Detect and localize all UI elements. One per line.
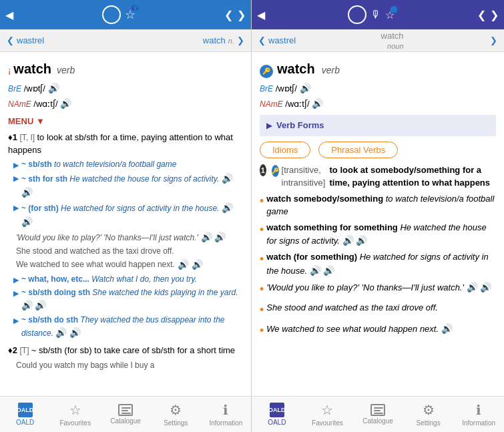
right-sense1-num: 1 (260, 164, 266, 176)
right-bullet-3: • watch (for something) He watched for s… (260, 250, 496, 278)
right-content: 🔑 watch verb BrE /wɒtʃ/ 🔊 NAmE /wɑːtʃ/ 🔊… (252, 52, 504, 396)
left-sense-1: ♦1 [T, I] to look at sb/sth for a time, … (8, 131, 243, 341)
left-ex3-audio[interactable]: 🔊 (222, 202, 233, 213)
left-ex2-audio[interactable]: 🔊 (222, 173, 233, 184)
left-pron-bre: BrE /wɒtʃ/ 🔊 (8, 81, 243, 95)
right-name-audio-button[interactable]: 🔊 (312, 98, 323, 109)
favourites-icon-right: ☆ (321, 402, 333, 418)
left-example-3: ▶ ~ (for sth) He watched for signs of ac… (13, 201, 243, 229)
right-nav-information[interactable]: ℹ Information (453, 397, 504, 432)
left-panel: ◀ ☆👤 ❮ ❯ ❮ wastrel watch n. ❯ (0, 0, 252, 396)
right-breadcrumb-next[interactable]: watch noun (381, 31, 404, 50)
right-top-icons: 🎙 ☆👤 (348, 5, 395, 24)
left-ex2-audio2[interactable]: 🔊 (21, 187, 33, 198)
left-ex5-audio2[interactable]: 🔊 (192, 258, 203, 272)
left-nav-settings-label: Settings (164, 419, 188, 427)
right-breadcrumb-back[interactable]: ❮ wastrel (258, 35, 296, 45)
right-prev-button[interactable]: ❮ (477, 9, 486, 21)
right-bullet-6: • We watched to see what would happen ne… (260, 322, 496, 340)
left-ex8-audio[interactable]: 🔊 (55, 327, 67, 338)
left-example-6: ▶ ~ what, how, etc... Watch what I do, t… (13, 273, 243, 286)
left-back-button[interactable]: ◀ (5, 9, 13, 21)
right-panel: ◀ 🎙 ☆👤 ❮ ❯ ❮ wastrel watch noun (252, 0, 504, 396)
right-sense1-header: 1 🔑 [transitive, intransitive] to look a… (260, 164, 496, 190)
left-nav-settings[interactable]: ⚙ Settings (151, 397, 201, 432)
right-b3-audio2[interactable]: 🔊 (323, 265, 334, 276)
phrasal-verbs-button[interactable]: Phrasal Verbs (318, 142, 398, 158)
settings-icon-left: ⚙ (170, 402, 182, 418)
right-bre-audio-button[interactable]: 🔊 (300, 83, 311, 93)
left-entry-title: watch (13, 59, 51, 79)
right-breadcrumb-back-icon: ❮ (258, 35, 266, 45)
search-circle-icon[interactable] (102, 5, 121, 24)
left-quote-audio2[interactable]: 🔊 (214, 232, 226, 242)
right-b4-audio2[interactable]: 🔊 (480, 282, 491, 292)
left-bre-audio-button[interactable]: 🔊 (48, 83, 59, 93)
left-sense1-def: to look at sb/sth for a time, paying att… (8, 132, 233, 156)
left-breadcrumb-next[interactable]: watch n. ❯ (203, 35, 244, 45)
right-mic-icon[interactable]: 🎙 (370, 9, 381, 21)
left-ex7-audio[interactable]: 🔊 (21, 300, 33, 310)
right-next-button[interactable]: ❯ (490, 9, 499, 21)
left-nav-favourites-label: Favourites (59, 419, 91, 427)
left-ex3-audio2[interactable]: 🔊 (21, 216, 33, 227)
right-b6-audio[interactable]: 🔊 (441, 323, 453, 334)
left-example-quote: 'Would you like to play?' 'No thanks—I'l… (16, 230, 243, 244)
oald-icon-right: OALD (270, 403, 284, 417)
breadcrumb-prev-word: wastrel (17, 35, 44, 45)
favourites-icon-left: ☆ (69, 402, 81, 418)
right-b2-audio2[interactable]: 🔊 (356, 235, 367, 246)
left-sense2-def: ~ sb/sth (for sb) to take care of sb/sth… (31, 345, 235, 355)
right-b4-audio[interactable]: 🔊 (467, 282, 478, 292)
right-b2-audio[interactable]: 🔊 (342, 235, 354, 246)
left-sense2-num: ♦2 (8, 345, 19, 355)
right-back-button[interactable]: ◀ (257, 9, 265, 21)
left-breadcrumb-back[interactable]: ❮ wastrel (7, 35, 44, 45)
left-sense2-example: Could you watch my bags while I buy a (16, 359, 243, 372)
left-name-audio-button[interactable]: 🔊 (60, 98, 71, 109)
right-breadcrumb-prev-word: wastrel (268, 35, 296, 45)
left-breadcrumb: ❮ wastrel watch n. ❯ (0, 29, 251, 52)
right-bullet-4: • 'Would you like to play?' 'No thanks—I… (260, 280, 496, 298)
left-quote-audio[interactable]: 🔊 (201, 232, 212, 242)
right-nav-settings[interactable]: ⚙ Settings (403, 397, 454, 432)
right-nav-oald[interactable]: OALD OALD (252, 397, 302, 432)
right-b3-audio[interactable]: 🔊 (310, 265, 321, 276)
right-nav-settings-label: Settings (417, 419, 441, 427)
right-nav-information-label: Information (462, 419, 495, 427)
left-ex5-audio[interactable]: 🔊 (178, 258, 189, 272)
left-nav-information[interactable]: ℹ Information (201, 397, 251, 432)
idioms-button[interactable]: Idioms (260, 142, 310, 158)
bottom-nav-right: OALD OALD ☆ Favourites Catalogue ⚙ Setti… (252, 397, 504, 432)
left-sense-2: ♦2 [T] ~ sb/sth (for sb) to take care of… (8, 344, 243, 371)
left-top-icons: ☆👤 (102, 5, 136, 24)
left-ex7-audio2[interactable]: 🔊 (35, 300, 46, 310)
left-ex8-audio2[interactable]: 🔊 (69, 327, 81, 338)
left-menu-label[interactable]: MENU ▼ (8, 115, 243, 128)
left-prev-button[interactable]: ❮ (224, 9, 233, 21)
right-nav-favourites[interactable]: ☆ Favourites (302, 397, 353, 432)
right-breadcrumb-next-pos: noun (387, 42, 403, 50)
right-breadcrumb-arrow: ❯ (490, 35, 497, 45)
bottom-nav: OALD OALD ☆ Favourites Catalogue ⚙ Setti… (0, 396, 504, 432)
right-entry-header: 🔑 watch verb (260, 59, 496, 79)
catalogue-icon-left (118, 404, 133, 416)
left-sense1-grammar: [T, I] (19, 133, 37, 142)
right-nav-catalogue[interactable]: Catalogue (352, 397, 403, 432)
right-pron-bre: BrE /wɒtʃ/ 🔊 (260, 81, 496, 95)
left-example-4: She stood and watched as the taxi drove … (16, 244, 243, 258)
left-nav-favourites[interactable]: ☆ Favourites (50, 397, 100, 432)
right-bullet-1: • watch somebody/something to watch tele… (260, 192, 496, 218)
left-next-button[interactable]: ❯ (237, 9, 246, 21)
right-star-icon[interactable]: ☆👤 (385, 9, 395, 21)
left-nav-oald[interactable]: OALD OALD (0, 397, 50, 432)
info-icon-left: ℹ (223, 402, 228, 418)
right-search-icon[interactable] (348, 5, 366, 24)
right-topbar: ◀ 🎙 ☆👤 ❮ ❯ (252, 0, 504, 29)
star-icon[interactable]: ☆👤 (125, 7, 136, 22)
left-nav-catalogue[interactable]: Catalogue (100, 397, 150, 432)
right-nav-arrows: ❮ ❯ (477, 9, 499, 21)
right-pron-name: NAmE /wɑːtʃ/ 🔊 (260, 97, 496, 111)
left-sense1-num: ♦1 (8, 132, 19, 142)
verb-forms-section[interactable]: ▶ Verb Forms (260, 115, 496, 136)
